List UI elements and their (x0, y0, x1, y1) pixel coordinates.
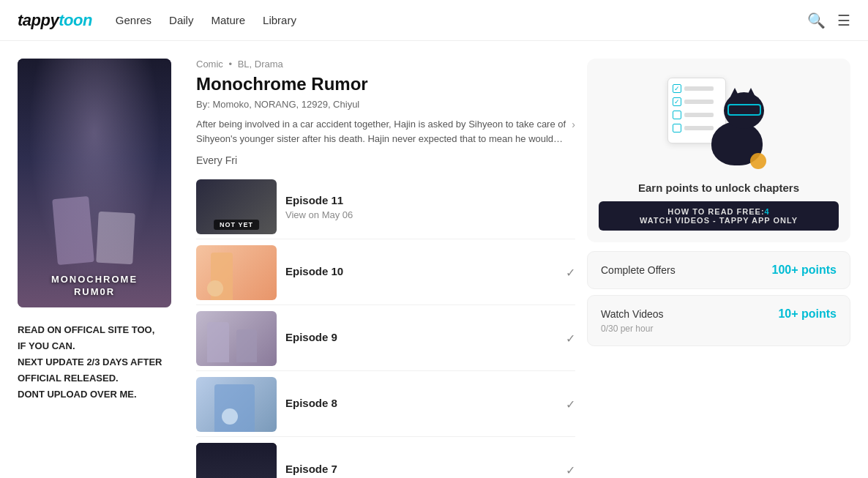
main-layout: MONOCHROMERUM0R READ ON OFFICAL SITE TOO… (0, 41, 868, 478)
episode-item[interactable]: Episode 8 ✓ (196, 373, 575, 437)
nav-mature[interactable]: Mature (211, 14, 245, 26)
complete-offers-points: 100+ points (772, 264, 837, 277)
left-panel: MONOCHROMERUM0R READ ON OFFICAL SITE TOO… (18, 59, 179, 478)
episode-thumbnail (196, 311, 277, 366)
watch-videos-points: 10+ points (778, 307, 837, 321)
search-button[interactable]: 🔍 (807, 12, 826, 29)
unlock-title: Earn points to unlock chapters (638, 182, 799, 194)
logo[interactable]: tappytoon (18, 11, 92, 30)
episode-check-icon: ✓ (566, 463, 575, 477)
manga-description: After being involved in a car accident t… (196, 117, 575, 146)
episode-number: Episode 7 (285, 463, 557, 475)
episode-list: NOT YET Episode 11 View on May 06 (196, 175, 575, 478)
episode-number: Episode 8 (285, 397, 557, 409)
episode-check-icon: ✓ (566, 397, 575, 411)
manga-title: Monochrome Rumor (196, 74, 575, 94)
episode-thumbnail: NOT YET (196, 179, 277, 234)
nav-library[interactable]: Library (263, 14, 296, 26)
watch-videos-label: Watch Videos (601, 308, 664, 320)
episode-info: Episode 11 View on May 06 (285, 194, 575, 220)
episode-item[interactable]: Episode 9 ✓ (196, 307, 575, 371)
watch-videos-sub: 0/30 per hour (601, 324, 837, 334)
expand-desc-button[interactable]: › (572, 117, 575, 132)
episode-check-icon: ✓ (566, 266, 575, 280)
cover-title: MONOCHROMERUM0R (26, 274, 162, 299)
how-to-label: HOW TO READ FREE:4 (607, 207, 830, 216)
episode-info: Episode 10 (285, 265, 557, 280)
episode-date: View on May 06 (285, 209, 575, 220)
cat-ear-left (729, 88, 741, 100)
manga-authors: By: Momoko, NORANG, 12929, Chiyul (196, 99, 575, 110)
episode-item[interactable]: NOT YET Episode 11 View on May 06 (196, 175, 575, 239)
episode-info: Episode 7 (285, 463, 557, 478)
right-content: Comic • BL, Drama Monochrome Rumor By: M… (196, 59, 850, 478)
how-to-read-box: HOW TO READ FREE:4 WATCH VIDEOS - TAPPY … (599, 201, 839, 231)
episode-item[interactable]: Episode 7 ✓ (196, 438, 575, 478)
episode-info: Episode 8 (285, 397, 557, 412)
episode-thumbnail (196, 377, 277, 432)
header: tappytoon Genres Daily Mature Library 🔍 … (0, 0, 868, 41)
cover-image: MONOCHROMERUM0R (18, 59, 171, 307)
user-note: READ ON OFFICAL SITE TOO, IF YOU CAN. NE… (18, 322, 179, 403)
episode-number: Episode 9 (285, 331, 557, 343)
nav-daily[interactable]: Daily (169, 14, 193, 26)
episode-thumbnail (196, 443, 277, 478)
schedule-label: Every Fri (196, 154, 575, 166)
menu-button[interactable]: ☰ (837, 12, 850, 29)
watch-videos-tappy-label: WATCH VIDEOS - TAPPY APP ONLY (607, 216, 830, 225)
manga-meta: Comic • BL, Drama (196, 59, 575, 70)
sidebar-section: ✓ ✓ (587, 59, 850, 478)
episode-number: Episode 10 (285, 265, 557, 277)
complete-offers-card[interactable]: Complete Offers 100+ points (587, 251, 850, 289)
nav-genres[interactable]: Genres (116, 14, 151, 26)
episode-thumbnail (196, 245, 277, 300)
cat-glasses-icon (727, 104, 761, 116)
episode-info: Episode 9 (285, 331, 557, 346)
episode-item[interactable]: Episode 10 ✓ (196, 241, 575, 305)
cat-illustration: ✓ ✓ (660, 70, 777, 173)
main-nav: Genres Daily Mature Library (116, 14, 807, 26)
unlock-card: ✓ ✓ (587, 59, 850, 242)
not-yet-badge: NOT YET (214, 220, 259, 230)
episode-check-icon: ✓ (566, 332, 575, 346)
header-icons: 🔍 ☰ (807, 12, 850, 29)
episode-number: Episode 11 (285, 194, 575, 206)
watch-videos-card[interactable]: Watch Videos 10+ points 0/30 per hour (587, 295, 850, 346)
episodes-section: Comic • BL, Drama Monochrome Rumor By: M… (196, 59, 575, 478)
complete-offers-label: Complete Offers (601, 264, 676, 276)
cat-ear-right (745, 88, 757, 100)
